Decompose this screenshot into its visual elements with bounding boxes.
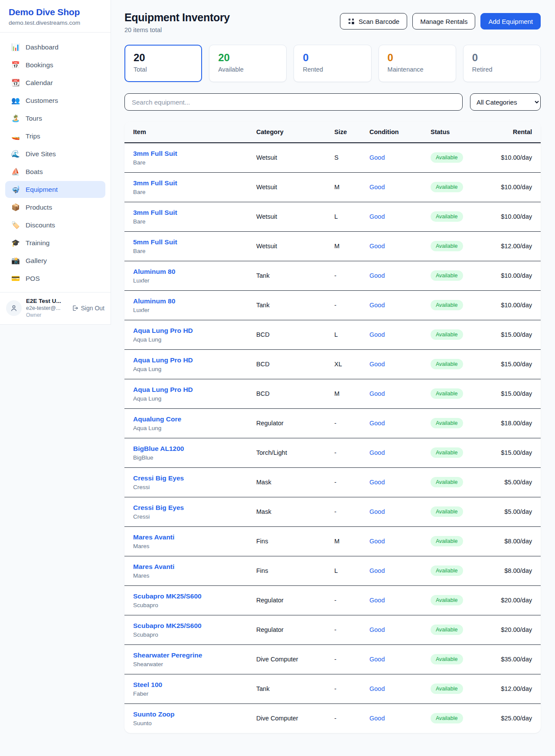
sidebar-item-products[interactable]: 📦 Products bbox=[5, 199, 105, 216]
app-root: Demo Dive Shop demo.test.divestreams.com… bbox=[0, 0, 555, 746]
item-name-link[interactable]: Aqualung Core bbox=[133, 415, 249, 423]
item-brand: Bare bbox=[133, 248, 249, 254]
sidebar-item-dashboard[interactable]: 📊 Dashboard bbox=[5, 39, 105, 56]
stat-card-total[interactable]: 20 Total bbox=[124, 45, 202, 82]
item-cell: Mares Avanti Mares bbox=[124, 526, 253, 556]
sign-out-label: Sign Out bbox=[81, 305, 104, 312]
manage-rentals-button[interactable]: Manage Rentals bbox=[412, 13, 475, 30]
condition-link[interactable]: Good bbox=[369, 272, 385, 279]
page-header-text: Equipment Inventory 20 items total bbox=[124, 11, 230, 33]
sidebar-item-icon: 🌊 bbox=[11, 150, 20, 158]
item-cell: Cressi Big Eyes Cressi bbox=[124, 467, 253, 497]
column-header-rental: Rental bbox=[497, 122, 541, 143]
sidebar-item-icon: 📊 bbox=[11, 43, 20, 51]
item-name-link[interactable]: Mares Avanti bbox=[133, 533, 249, 541]
page-header: Equipment Inventory 20 items total Scan … bbox=[124, 11, 541, 33]
item-name-link[interactable]: Aqua Lung Pro HD bbox=[133, 356, 249, 364]
sidebar-item-dive-sites[interactable]: 🌊 Dive Sites bbox=[5, 145, 105, 162]
item-brand: Shearwater bbox=[133, 661, 249, 667]
item-cell: Aqualung Core Aqua Lung bbox=[124, 408, 253, 438]
status-badge: Available bbox=[431, 477, 463, 487]
sidebar-item-bookings[interactable]: 📅 Bookings bbox=[5, 56, 105, 73]
sign-out-button[interactable]: Sign Out bbox=[72, 305, 104, 312]
item-name-link[interactable]: 3mm Full Suit bbox=[133, 179, 249, 187]
stat-card-available[interactable]: 20 Available bbox=[209, 45, 287, 82]
sidebar-item-boats[interactable]: ⛵ Boats bbox=[5, 163, 105, 180]
condition-link[interactable]: Good bbox=[369, 715, 385, 722]
item-brand: Mares bbox=[133, 572, 249, 579]
table-row: Cressi Big Eyes Cressi Mask - Good Avail… bbox=[124, 497, 541, 526]
status-cell: Available bbox=[427, 467, 497, 497]
item-name-link[interactable]: 5mm Full Suit bbox=[133, 238, 249, 246]
condition-link[interactable]: Good bbox=[369, 420, 385, 427]
brand-block: Demo Dive Shop demo.test.divestreams.com bbox=[0, 0, 111, 33]
condition-link[interactable]: Good bbox=[369, 597, 385, 604]
item-name-link[interactable]: Scubapro MK25/S600 bbox=[133, 622, 249, 630]
item-brand: Bare bbox=[133, 218, 249, 225]
item-name-link[interactable]: Steel 100 bbox=[133, 681, 249, 689]
item-name-link[interactable]: Mares Avanti bbox=[133, 563, 249, 571]
sidebar-item-customers[interactable]: 👥 Customers bbox=[5, 92, 105, 109]
item-name-link[interactable]: Cressi Big Eyes bbox=[133, 474, 249, 482]
add-equipment-label: Add Equipment bbox=[488, 18, 533, 25]
sidebar-item-discounts[interactable]: 🏷️ Discounts bbox=[5, 217, 105, 233]
manage-rentals-label: Manage Rentals bbox=[420, 18, 467, 25]
item-name-link[interactable]: Scubapro MK25/S600 bbox=[133, 592, 249, 600]
item-name-link[interactable]: Aqua Lung Pro HD bbox=[133, 386, 249, 394]
condition-cell: Good bbox=[366, 261, 427, 290]
condition-link[interactable]: Good bbox=[369, 243, 385, 250]
stat-card-maintenance[interactable]: 0 Maintenance bbox=[379, 45, 456, 82]
rental-cell: $15.00/day bbox=[497, 438, 541, 467]
condition-link[interactable]: Good bbox=[369, 361, 385, 368]
condition-link[interactable]: Good bbox=[369, 508, 385, 515]
status-badge: Available bbox=[431, 300, 463, 310]
condition-link[interactable]: Good bbox=[369, 656, 385, 663]
status-badge: Available bbox=[431, 329, 463, 340]
sidebar-item-label: Dive Sites bbox=[26, 150, 56, 158]
item-name-link[interactable]: Shearwater Peregrine bbox=[133, 651, 249, 659]
sidebar-item-training[interactable]: 🎓 Training bbox=[5, 234, 105, 251]
sidebar-item-gallery[interactable]: 📸 Gallery bbox=[5, 252, 105, 269]
item-name-link[interactable]: Aqua Lung Pro HD bbox=[133, 327, 249, 335]
condition-link[interactable]: Good bbox=[369, 449, 385, 456]
condition-link[interactable]: Good bbox=[369, 390, 385, 397]
condition-link[interactable]: Good bbox=[369, 538, 385, 545]
item-name-link[interactable]: Suunto Zoop bbox=[133, 710, 249, 718]
table-row: Aqua Lung Pro HD Aqua Lung BCD M Good Av… bbox=[124, 379, 541, 408]
condition-link[interactable]: Good bbox=[369, 302, 385, 309]
condition-link[interactable]: Good bbox=[369, 184, 385, 191]
condition-link[interactable]: Good bbox=[369, 626, 385, 633]
status-cell: Available bbox=[427, 261, 497, 290]
condition-link[interactable]: Good bbox=[369, 567, 385, 574]
category-select[interactable]: All Categories bbox=[470, 93, 541, 111]
sidebar-item-trips[interactable]: 🚤 Trips bbox=[5, 128, 105, 145]
condition-link[interactable]: Good bbox=[369, 331, 385, 338]
sidebar-item-calendar[interactable]: 📆 Calendar bbox=[5, 74, 105, 91]
item-name-link[interactable]: Aluminum 80 bbox=[133, 297, 249, 305]
item-brand: Cressi bbox=[133, 484, 249, 490]
condition-link[interactable]: Good bbox=[369, 479, 385, 486]
user-email: e2e-tester@... bbox=[26, 305, 67, 311]
search-input[interactable] bbox=[124, 93, 463, 111]
item-name-link[interactable]: 3mm Full Suit bbox=[133, 150, 249, 158]
item-name-link[interactable]: Cressi Big Eyes bbox=[133, 504, 249, 512]
sidebar-item-label: Equipment bbox=[26, 186, 58, 194]
item-name-link[interactable]: BigBlue AL1200 bbox=[133, 445, 249, 453]
item-name-link[interactable]: 3mm Full Suit bbox=[133, 209, 249, 217]
rental-cell: $20.00/day bbox=[497, 615, 541, 644]
stat-card-retired[interactable]: 0 Retired bbox=[463, 45, 541, 82]
condition-link[interactable]: Good bbox=[369, 154, 385, 161]
stat-card-rented[interactable]: 0 Rented bbox=[294, 45, 371, 82]
scan-barcode-button[interactable]: Scan Barcode bbox=[340, 13, 407, 30]
sidebar-item-tours[interactable]: 🏝️ Tours bbox=[5, 110, 105, 127]
sidebar-item-pos[interactable]: 💳 POS bbox=[5, 270, 105, 287]
item-name-link[interactable]: Aluminum 80 bbox=[133, 268, 249, 276]
condition-link[interactable]: Good bbox=[369, 213, 385, 220]
condition-cell: Good bbox=[366, 526, 427, 556]
status-cell: Available bbox=[427, 526, 497, 556]
add-equipment-button[interactable]: Add Equipment bbox=[480, 13, 541, 30]
sidebar-item-equipment[interactable]: 🤿 Equipment bbox=[5, 181, 105, 198]
status-badge: Available bbox=[431, 152, 463, 163]
rental-cell: $12.00/day bbox=[497, 231, 541, 261]
condition-link[interactable]: Good bbox=[369, 685, 385, 692]
